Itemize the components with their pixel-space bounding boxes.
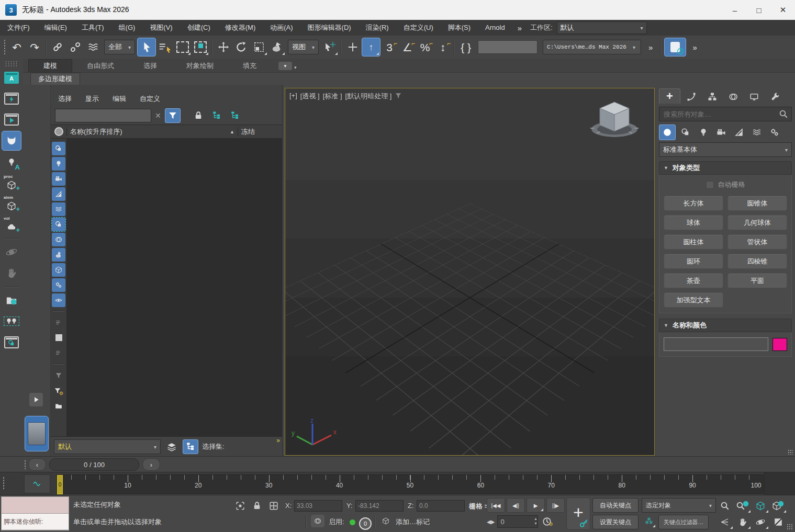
maximize-button[interactable]: □ bbox=[747, 0, 771, 20]
perspective-viewport[interactable]: [+] [透视 ] [标准 ] [默认明暗处理 ] bbox=[285, 88, 655, 456]
category-spacewarps[interactable] bbox=[749, 125, 765, 140]
timenav-drag-handle[interactable] bbox=[24, 460, 27, 469]
viewport-standard-menu[interactable]: [标准 ] bbox=[323, 92, 342, 101]
frame-counter[interactable]: 0 / 100 bbox=[49, 458, 139, 471]
ribbon-tab-modeling[interactable]: 建模 bbox=[28, 59, 72, 72]
selection-preset-dropdown[interactable]: 选定对象 ▾ bbox=[642, 498, 716, 513]
viewport-pov-menu[interactable]: [透视 ] bbox=[300, 92, 320, 101]
viewport-layout-tab[interactable] bbox=[25, 416, 49, 451]
spinner-snap-toggle[interactable]: ↕⌐ bbox=[434, 38, 452, 56]
search-filter-button[interactable] bbox=[165, 108, 181, 123]
set-keys-button[interactable]: + bbox=[566, 497, 590, 530]
ribbon-minimize-button[interactable]: ▼ bbox=[278, 62, 292, 70]
explorer-preset-dropdown[interactable]: 默认 ▾ bbox=[54, 439, 161, 454]
autogrid-checkbox[interactable] bbox=[706, 181, 714, 189]
cylinder-button[interactable]: 圆柱体 bbox=[664, 234, 723, 250]
left-toolbar-drag-handle[interactable] bbox=[5, 61, 18, 67]
named-selection-set-input[interactable] bbox=[478, 40, 538, 54]
rectangular-selection-region-button[interactable] bbox=[174, 38, 192, 56]
tab-display[interactable] bbox=[744, 90, 764, 104]
light-bulb-a-icon[interactable]: A bbox=[2, 153, 21, 172]
render-setup-button[interactable] bbox=[664, 38, 686, 56]
detail-view-icon[interactable] bbox=[52, 346, 65, 360]
chevron-down-icon[interactable]: ▾ bbox=[294, 65, 297, 70]
folder-icon[interactable] bbox=[52, 399, 65, 413]
spin-up-icon[interactable]: ▴ bbox=[534, 516, 536, 521]
ribbon-tab-object-paint[interactable]: 对象绘制 bbox=[172, 60, 228, 72]
cone-button[interactable]: 圆锥体 bbox=[727, 196, 787, 211]
ribbon-subtab-polygon-modeling[interactable]: 多边形建模 bbox=[30, 73, 80, 85]
workspace-dropdown[interactable]: 默认 ▾ bbox=[557, 21, 647, 34]
bind-to-space-warp-icon[interactable] bbox=[84, 38, 102, 56]
menu-create[interactable]: 创建(C) bbox=[180, 20, 218, 36]
select-and-rotate-button[interactable] bbox=[232, 38, 250, 56]
category-lights[interactable] bbox=[696, 125, 711, 140]
next-frame-button[interactable]: › bbox=[142, 458, 160, 471]
set-key-button[interactable]: 设置关键点 bbox=[592, 515, 639, 529]
next-frame-step-button[interactable]: ||▶ bbox=[546, 498, 565, 513]
vol-add-icon[interactable]: vol+ bbox=[2, 216, 21, 234]
maximize-viewport-toggle[interactable] bbox=[769, 514, 787, 530]
zoom-all-icon[interactable] bbox=[734, 497, 752, 514]
isolate-selection-icon[interactable] bbox=[233, 500, 247, 512]
listener-script-field[interactable]: 脚本迷你侦听: bbox=[2, 514, 69, 530]
explorer-menu-edit[interactable]: 编辑 bbox=[113, 94, 126, 104]
textplus-button[interactable]: 加强型文本 bbox=[664, 292, 723, 308]
window-resize-grip[interactable] bbox=[787, 524, 793, 530]
minimize-button[interactable]: – bbox=[723, 0, 747, 20]
field-of-view-icon[interactable] bbox=[716, 514, 734, 530]
select-and-move-button[interactable] bbox=[215, 38, 232, 56]
menu-rendering[interactable]: 渲染(R) bbox=[359, 20, 396, 36]
arnold-fox-icon[interactable] bbox=[2, 131, 21, 151]
spin-down-icon[interactable]: ▾ bbox=[534, 521, 536, 526]
counter-badge[interactable]: 0 bbox=[359, 517, 372, 530]
key-filters-button[interactable]: 关键点过滤器… bbox=[658, 515, 709, 529]
close-button[interactable]: ✕ bbox=[771, 0, 795, 20]
ribbon-tab-freeform[interactable]: 自由形式 bbox=[72, 60, 129, 72]
snap-cross-icon[interactable] bbox=[344, 38, 362, 56]
viewcube[interactable] bbox=[583, 95, 646, 147]
column-name-header[interactable]: 名称(按升序排序) ▲ bbox=[67, 127, 238, 137]
explorer-menu-display[interactable]: 显示 bbox=[85, 94, 99, 104]
lights-selection-icon[interactable] bbox=[2, 312, 21, 331]
ribbon-tab-selection[interactable]: 选择 bbox=[129, 60, 172, 72]
category-shapes[interactable] bbox=[678, 125, 693, 140]
previous-frame-button[interactable]: ‹ bbox=[28, 458, 46, 471]
menu-tools[interactable]: 工具(T) bbox=[74, 20, 111, 36]
time-slider-track[interactable]: 10 20 30 40 50 60 70 80 90 100 0 bbox=[57, 474, 764, 494]
menu-file[interactable]: 文件(F) bbox=[0, 20, 37, 36]
zoom-extents-icon[interactable] bbox=[752, 497, 769, 514]
box-button[interactable]: 长方体 bbox=[664, 196, 723, 211]
window-shapes-icon[interactable] bbox=[2, 333, 21, 352]
lock-explorer-icon[interactable] bbox=[191, 109, 206, 122]
explorer-search-input[interactable] bbox=[55, 109, 151, 122]
menu-animation[interactable]: 动画(A) bbox=[263, 20, 300, 36]
go-to-start-button[interactable]: |◀◀ bbox=[487, 498, 505, 513]
name-color-rollout-header[interactable]: ▼ 名称和颜色 bbox=[659, 319, 792, 332]
transform-type-in-icon[interactable] bbox=[267, 500, 281, 512]
menu-group[interactable]: 组(G) bbox=[111, 20, 143, 36]
listener-macro-field[interactable] bbox=[2, 497, 69, 514]
window-crossing-toggle[interactable] bbox=[192, 38, 209, 56]
ribbon-tab-populate[interactable]: 填充 bbox=[228, 60, 271, 72]
tab-utilities[interactable] bbox=[765, 90, 785, 104]
select-object-button[interactable] bbox=[137, 38, 156, 56]
per-view-filter-icon[interactable] bbox=[395, 92, 402, 99]
cube-outline-icon[interactable] bbox=[379, 515, 393, 527]
tab-modify[interactable] bbox=[681, 90, 701, 104]
filter-settings-icon[interactable]: ⚙ bbox=[52, 384, 65, 398]
project-folder-dropdown[interactable]: C:\Users\me…ds Max 2026 ▾ bbox=[543, 40, 641, 54]
column-frozen-header[interactable]: 冻结 bbox=[238, 127, 282, 137]
shield-icon[interactable] bbox=[311, 515, 324, 527]
orbit-icon[interactable] bbox=[752, 514, 769, 530]
footer-overflow-chevrons[interactable]: » bbox=[276, 437, 280, 444]
display-containers-toggle[interactable] bbox=[52, 263, 65, 277]
menu-modifiers[interactable]: 修改器(M) bbox=[218, 20, 263, 36]
mini-curve-editor-button[interactable] bbox=[24, 474, 50, 493]
menu-overflow-chevrons[interactable]: » bbox=[512, 24, 527, 32]
select-and-place-button[interactable] bbox=[268, 38, 286, 56]
torus-button[interactable]: 圆环 bbox=[664, 254, 723, 269]
timeline-drag-handle[interactable] bbox=[3, 477, 5, 490]
category-systems[interactable] bbox=[767, 125, 782, 140]
toolbar-overflow-chevrons[interactable]: » bbox=[643, 43, 658, 52]
